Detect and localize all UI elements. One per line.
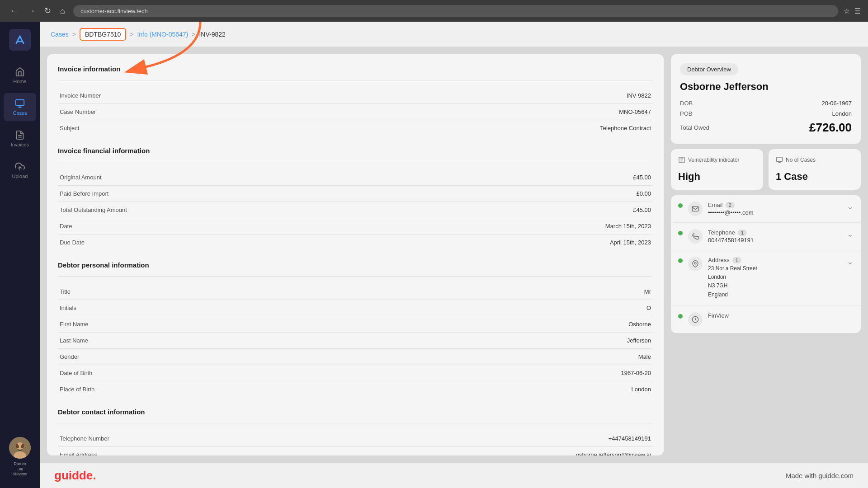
sidebar-item-upload[interactable]: Upload: [4, 156, 36, 184]
original-amount-value: £45.00: [409, 169, 653, 186]
telephone-contact-type: Telephone 1: [708, 229, 841, 236]
dob-value: 1967-06-20: [376, 365, 653, 381]
debtor-name: Osborne Jefferson: [680, 81, 852, 93]
email-icon: [688, 202, 703, 216]
email-contact-item[interactable]: Email 2 ••••••••@•••••.com ⌄: [671, 195, 861, 223]
date-value: March 15th, 2023: [409, 218, 653, 235]
sidebar-user-name: DarrenLeeStevens: [13, 461, 28, 477]
breadcrumb-invoice: INV-9822: [199, 31, 225, 38]
sidebar-item-invoices-label: Invoices: [11, 142, 29, 147]
financial-info-table: Original Amount £45.00 Paid Before Impor…: [58, 169, 653, 250]
table-row: Total Outstanding Amount £45.00: [58, 202, 653, 218]
last-name-value: Jefferson: [376, 333, 653, 349]
finview-label: FinView: [708, 312, 729, 319]
gender-label: Gender: [58, 349, 376, 365]
url-text: customer-acc.finview.tech: [80, 8, 148, 14]
debtor-pob-row: POB London: [680, 110, 852, 117]
initials-value: O: [376, 300, 653, 316]
debtor-panel: Debtor Overview Osborne Jefferson DOB 20…: [671, 54, 861, 455]
sidebar-item-cases[interactable]: Cases: [4, 93, 36, 121]
forward-button[interactable]: →: [24, 5, 38, 18]
table-row: Date March 15th, 2023: [58, 218, 653, 235]
sidebar-item-invoices[interactable]: Invoices: [4, 125, 36, 153]
finview-contact-type: FinView: [708, 312, 854, 319]
address-expand-icon[interactable]: ⌄: [847, 257, 854, 267]
first-name-value: Osborne: [376, 316, 653, 333]
telephone-expand-icon[interactable]: ⌄: [847, 229, 854, 239]
breadcrumb-cases[interactable]: Cases: [51, 31, 69, 38]
bottom-bar: guidde. Made with guidde.com: [40, 463, 868, 488]
sidebar-item-home[interactable]: Home: [4, 61, 36, 89]
telephone-contact-item[interactable]: Telephone 1 00447458149191 ⌄: [671, 223, 861, 250]
vulnerability-icon: [678, 156, 685, 164]
table-row: Date of Birth 1967-06-20: [58, 365, 653, 381]
top-navigation: Cases > BDTBG7510 > Info (MNO-05647) > I…: [40, 22, 868, 47]
debtor-dob-row: DOB 20-06-1967: [680, 100, 852, 107]
guidde-tagline: Made with guidde.com: [786, 472, 854, 479]
financial-divider: [58, 162, 653, 162]
contact-info-header: Debtor contact information: [58, 408, 653, 416]
address-bar[interactable]: customer-acc.finview.tech: [73, 5, 838, 17]
browser-navigation[interactable]: ← → ↻ ⌂: [7, 4, 68, 18]
table-row: Initials O: [58, 300, 653, 316]
cases-icon: [776, 156, 783, 164]
breadcrumb-client[interactable]: BDTBG7510: [80, 28, 126, 41]
debtor-pob-value: London: [832, 110, 852, 117]
debtor-overview-button[interactable]: Debtor Overview: [680, 63, 738, 75]
table-row: Telephone Number +447458149191: [58, 431, 653, 447]
table-row: Title Mr: [58, 284, 653, 300]
breadcrumb-sep-2: >: [130, 31, 133, 38]
vulnerability-value: High: [678, 171, 756, 183]
telephone-count: 1: [738, 230, 747, 236]
cases-label: No of Cases: [776, 156, 854, 164]
extensions-icon[interactable]: ☰: [854, 7, 861, 15]
debtor-dob-label: DOB: [680, 100, 693, 107]
total-owed-label: Total Owed: [680, 124, 709, 131]
home-button[interactable]: ⌂: [57, 5, 68, 18]
email-contact-info: Email 2 ••••••••@•••••.com: [708, 202, 841, 216]
address-contact-type: Address 1: [708, 257, 841, 263]
address-line4: England: [708, 291, 728, 298]
debtor-dob-value: 20-06-1967: [822, 100, 852, 107]
table-row: Gender Male: [58, 349, 653, 365]
sidebar: Home Cases Invoices Upload: [0, 22, 40, 488]
back-button[interactable]: ←: [7, 5, 21, 18]
cases-card: No of Cases 1 Case: [769, 149, 861, 190]
date-label: Date: [58, 218, 409, 235]
total-outstanding-value: £45.00: [409, 202, 653, 218]
app-logo[interactable]: [9, 29, 31, 51]
contact-divider: [58, 423, 653, 423]
address-icon: [688, 257, 703, 271]
finview-icon: [688, 312, 703, 327]
browser-icons: ☆ ☰: [844, 7, 861, 15]
invoice-info-table: Invoice Number INV-9822 Case Number MNO-…: [58, 88, 653, 136]
star-icon[interactable]: ☆: [844, 7, 850, 15]
breadcrumb-info[interactable]: Info (MNO-05647): [137, 31, 188, 38]
case-number-value: MNO-05647: [326, 104, 653, 120]
cases-label-text: No of Cases: [786, 157, 816, 163]
address-type-label: Address: [708, 257, 730, 263]
table-row: Email Address osborne.jefferson@finview.…: [58, 447, 653, 456]
last-name-label: Last Name: [58, 333, 376, 349]
reload-button[interactable]: ↻: [42, 4, 54, 18]
telephone-type-label: Telephone: [708, 229, 735, 236]
first-name-label: First Name: [58, 316, 376, 333]
contact-info-table: Telephone Number +447458149191 Email Add…: [58, 431, 653, 455]
personal-divider: [58, 276, 653, 277]
initials-label: Initials: [58, 300, 376, 316]
subject-label: Subject: [58, 120, 326, 136]
sidebar-item-cases-label: Cases: [13, 110, 27, 116]
vulnerability-label: Vulnerability indicator: [678, 156, 756, 164]
gender-value: Male: [376, 349, 653, 365]
sidebar-user[interactable]: DarrenLeeStevens: [7, 433, 33, 481]
finview-contact-item[interactable]: FinView: [671, 306, 861, 333]
vulnerability-label-text: Vulnerability indicator: [688, 157, 740, 163]
indicators-row: Vulnerability indicator High No of Cases: [671, 149, 861, 190]
address-lines: 23 Not a Real Street London N3 7GH Engla…: [708, 264, 841, 299]
table-row: Place of Birth London: [58, 381, 653, 398]
invoice-number-value: INV-9822: [326, 88, 653, 104]
email-contact-value: ••••••••@•••••.com: [708, 209, 841, 216]
table-row: Original Amount £45.00: [58, 169, 653, 186]
address-contact-item[interactable]: Address 1 23 Not a Real Street London N3…: [671, 250, 861, 306]
email-expand-icon[interactable]: ⌄: [847, 202, 854, 211]
